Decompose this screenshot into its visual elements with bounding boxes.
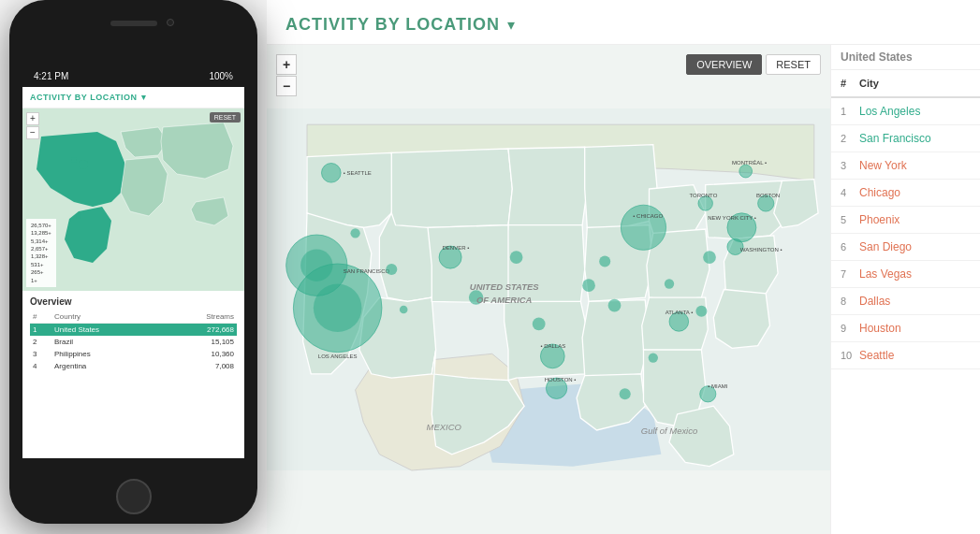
svg-point-33 <box>533 318 546 331</box>
phone-title: ACTIVITY BY LOCATION ▾ <box>30 93 237 102</box>
svg-text:• DALLAS: • DALLAS <box>540 343 565 349</box>
svg-text:ATLANTA •: ATLANTA • <box>666 310 694 315</box>
svg-text:MEXICO: MEXICO <box>427 422 462 432</box>
map-reset-button[interactable]: RESET <box>766 54 821 75</box>
sidebar-row[interactable]: 6 San Diego <box>831 234 980 261</box>
dashboard-dropdown-icon[interactable]: ▾ <box>507 16 515 34</box>
phone-row-num: 2 <box>30 336 51 348</box>
sidebar-row[interactable]: 8 Dallas <box>831 288 980 315</box>
phone-reset-button[interactable]: RESET <box>210 112 241 123</box>
sidebar-row-city: Las Vegas <box>859 267 971 281</box>
phone-map-area: RESET + − 26,570+ 13,285+ 5,314+ 2,657+ … <box>22 108 244 291</box>
sidebar-row[interactable]: 7 Las Vegas <box>831 261 980 288</box>
svg-point-27 <box>665 279 674 288</box>
sidebar-hash-header: # <box>841 78 859 89</box>
sidebar-table-header: # City <box>831 70 980 98</box>
phone-home-button[interactable] <box>116 479 152 514</box>
map-overview-button[interactable]: OVERVIEW <box>686 54 762 75</box>
sidebar-row-num: 7 <box>841 268 859 280</box>
sidebar-rows: 1 Los Angeles 2 San Francisco 3 New York… <box>831 98 980 369</box>
sidebar-row[interactable]: 3 New York <box>831 152 980 180</box>
phone-table-country-header: Country <box>51 310 163 324</box>
phone-row-country: Brazil <box>51 336 163 348</box>
sidebar-row-city: Dallas <box>859 295 971 308</box>
phone-row-country: United States <box>51 324 163 337</box>
sidebar-row-num: 6 <box>841 241 859 253</box>
phone-legend: 26,570+ 13,285+ 5,314+ 2,657+ 1,328+ 531… <box>26 219 56 287</box>
phone-row-streams: 10,360 <box>163 348 237 360</box>
svg-text:• CHICAGO: • CHICAGO <box>633 213 663 219</box>
svg-text:Gulf of Mexico: Gulf of Mexico <box>641 426 697 436</box>
phone-row-country: Philippines <box>51 348 163 360</box>
phone-speaker <box>110 21 157 26</box>
sidebar-row[interactable]: 9 Houston <box>831 315 980 342</box>
sidebar-row-num: 1 <box>841 106 859 117</box>
phone-table-hash: # <box>30 310 51 324</box>
sidebar-row-num: 9 <box>841 323 859 334</box>
map-top-controls: OVERVIEW RESET <box>686 54 821 75</box>
phone-row-num: 4 <box>30 360 51 372</box>
phone-header: ACTIVITY BY LOCATION ▾ <box>22 87 244 108</box>
map-area: + − OVERVIEW RESET <box>267 45 830 534</box>
phone-row-streams: 272,668 <box>163 324 237 337</box>
svg-text:SAN FRANCISCO: SAN FRANCISCO <box>344 268 390 274</box>
sidebar-row-num: 4 <box>841 187 859 198</box>
dashboard-content: + − OVERVIEW RESET <box>267 45 980 534</box>
phone-zoom-out[interactable]: − <box>26 126 39 139</box>
sidebar-row-num: 3 <box>841 160 859 171</box>
svg-text:NEW YORK CITY •: NEW YORK CITY • <box>708 215 756 221</box>
svg-point-29 <box>649 353 658 362</box>
phone-zoom-in[interactable]: + <box>26 112 39 125</box>
sidebar-row-num: 10 <box>841 350 859 361</box>
sidebar-row-city: Phoenix <box>859 213 971 226</box>
svg-point-21 <box>386 264 397 275</box>
svg-point-32 <box>703 251 716 264</box>
phone-table-row: 1 United States 272,668 <box>30 324 237 337</box>
dashboard-title: ACTIVITY BY LOCATION <box>285 15 500 35</box>
svg-text:TORONTO: TORONTO <box>690 193 718 198</box>
svg-point-28 <box>695 306 707 317</box>
svg-point-26 <box>608 299 622 312</box>
phone-screen: 4:21 PM 100% ACTIVITY BY LOCATION ▾ <box>22 65 244 458</box>
sidebar-row[interactable]: 4 Chicago <box>831 180 980 207</box>
map-controls: + − <box>276 54 297 96</box>
dashboard-header: ACTIVITY BY LOCATION ▾ <box>267 0 980 45</box>
phone-table-row: 3 Philippines 10,360 <box>30 348 237 360</box>
sidebar-city-header: City <box>859 78 971 89</box>
phone-camera <box>167 19 174 26</box>
sidebar-row[interactable]: 10 Seattle <box>831 342 980 369</box>
svg-text:MONTRÉAL •: MONTRÉAL • <box>732 160 767 166</box>
svg-text:LOS ANGELES: LOS ANGELES <box>318 354 358 359</box>
phone-table-streams-header: Streams <box>163 310 237 324</box>
city-dot-chicago <box>621 205 666 250</box>
phone-row-streams: 15,105 <box>163 336 237 348</box>
dashboard: ACTIVITY BY LOCATION ▾ + − OVERVIEW RESE… <box>267 0 980 534</box>
phone-time: 4:21 PM <box>34 71 68 81</box>
map-zoom-in[interactable]: + <box>276 54 297 75</box>
svg-text:BOSTON: BOSTON <box>756 193 780 198</box>
sidebar-table: United States # City 1 Los Angeles 2 San… <box>830 45 980 534</box>
phone-row-num: 3 <box>30 348 51 360</box>
svg-point-31 <box>582 279 595 292</box>
phone-stats-table: # Country Streams 1 United States 272,66… <box>30 310 237 372</box>
phone-row-num: 1 <box>30 324 51 337</box>
sidebar-row[interactable]: 2 San Francisco <box>831 125 980 152</box>
phone-zoom-controls: + − <box>26 112 39 139</box>
svg-text:OF AMERICA: OF AMERICA <box>476 295 533 305</box>
city-dot-seattle <box>321 163 341 182</box>
sidebar-row[interactable]: 1 Los Angeles <box>831 98 980 125</box>
svg-point-24 <box>510 251 523 264</box>
phone-battery: 100% <box>209 71 233 81</box>
sidebar-row-num: 5 <box>841 214 859 225</box>
sidebar-row[interactable]: 5 Phoenix <box>831 207 980 234</box>
svg-point-25 <box>599 255 610 267</box>
sidebar-row-city: San Diego <box>859 240 971 253</box>
svg-point-2 <box>79 160 88 169</box>
svg-text:UNITED STATES: UNITED STATES <box>470 281 539 292</box>
svg-text:HOUSTON •: HOUSTON • <box>545 377 577 382</box>
map-zoom-out[interactable]: − <box>276 76 297 96</box>
svg-text:• SEATTLE: • SEATTLE <box>344 170 372 176</box>
svg-text:• MIAMI: • MIAMI <box>708 383 727 389</box>
svg-point-30 <box>620 388 631 399</box>
city-dot-toronto <box>698 196 712 210</box>
